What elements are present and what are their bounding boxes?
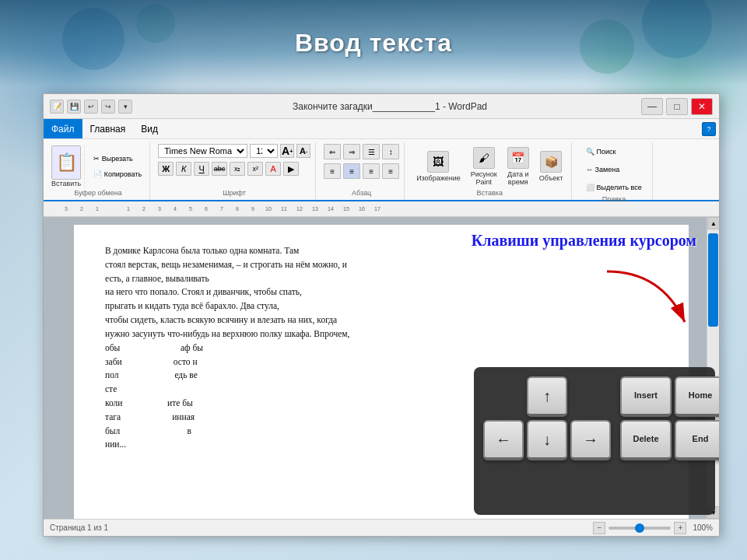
ruler-mark-3r: 3	[152, 206, 167, 212]
bullets-button[interactable]: ☰	[363, 144, 380, 159]
arrow-right-key[interactable]: →	[570, 420, 611, 460]
align-center-button[interactable]: ≡	[343, 163, 360, 179]
zoom-handle[interactable]	[635, 523, 644, 533]
insert-key[interactable]: Insert	[620, 376, 672, 417]
arrow-keys-section: ↑ ← ↓ →	[483, 376, 611, 506]
keyboard-overlay: ↑ ← ↓ → Insert	[474, 367, 715, 515]
status-bar: Страница 1 из 1 − + 100%	[44, 519, 719, 536]
justify-button[interactable]: ≡	[382, 163, 399, 179]
ruler-mark-2r: 2	[136, 206, 152, 212]
delete-key[interactable]: Delete	[620, 420, 672, 460]
ribbon: 📋 Вставить ✂ Вырезать 📄 Копировать Буфер…	[44, 139, 719, 201]
header-banner: Ввод текста	[0, 0, 747, 86]
menu-item-view[interactable]: Вид	[133, 119, 166, 138]
datetime-label: Дата ивремя	[507, 170, 528, 186]
paragraph-content: ⇐ ⇒ ☰ ↕ ≡ ≡ ≡ ≡	[324, 144, 399, 189]
ruler-mark-4r: 4	[167, 206, 183, 212]
close-button[interactable]: ✕	[691, 98, 713, 115]
copy-button[interactable]: 📄 Копировать	[90, 167, 145, 181]
font-grow-button[interactable]: A+	[280, 144, 294, 158]
cut-button[interactable]: ✂ Вырезать	[90, 152, 145, 166]
paste-section: 📋 Вставить	[51, 145, 85, 187]
arrow-up-key[interactable]: ↑	[527, 376, 567, 417]
minimize-button[interactable]: —	[641, 98, 663, 115]
italic-button[interactable]: К	[176, 162, 191, 176]
select-all-button[interactable]: ⬜ Выделить все	[582, 180, 646, 195]
menu-item-file[interactable]: Файл	[44, 119, 82, 138]
wordpad-window: 📝 💾 ↩ ↪ ▾ Закончите загадки____________1…	[43, 93, 720, 537]
ruler-mark-8r: 8	[230, 206, 245, 212]
arrow-up-row: ↑	[527, 376, 567, 417]
zoom-label: 100%	[693, 523, 713, 532]
find-button[interactable]: 🔍 Поиск	[582, 144, 619, 159]
insert-datetime-button[interactable]: 📅 Дата ивремя	[503, 145, 533, 188]
cut-copy-section: ✂ Вырезать 📄 Копировать	[90, 152, 145, 181]
insert-object-button[interactable]: 📦 Объект	[535, 149, 567, 184]
zoom-slider[interactable]	[608, 527, 671, 530]
window-title: Закончите загадки____________1 - WordPad	[139, 101, 641, 112]
save-quick-icon[interactable]: 💾	[67, 100, 81, 114]
scrollbar-thumb[interactable]	[708, 233, 718, 327]
line-spacing-button[interactable]: ↕	[382, 144, 399, 159]
paste-button[interactable]: 📋	[51, 145, 81, 180]
help-icon[interactable]: ?	[702, 122, 716, 136]
insert-image-button[interactable]: 🖼 Изображение	[412, 149, 465, 184]
font-shrink-button[interactable]: A-	[296, 144, 310, 158]
insert-content: 🖼 Изображение 🖌 РисунокPaint 📅 Дата ивре…	[412, 144, 566, 189]
underline-button[interactable]: Ч	[194, 162, 209, 176]
object-icon: 📦	[540, 151, 562, 173]
arrow-left-key[interactable]: ←	[483, 420, 524, 460]
ruler-mark-17r: 17	[370, 206, 385, 212]
ruler-mark-3: 3	[58, 206, 74, 212]
undo-icon[interactable]: ↩	[84, 100, 98, 114]
decrease-indent-button[interactable]: ⇐	[324, 144, 341, 159]
para-row-2: ≡ ≡ ≡ ≡	[324, 163, 399, 179]
home-key[interactable]: Home	[675, 376, 719, 417]
ruler-mark-6r: 6	[198, 206, 214, 212]
strikethrough-button[interactable]: abc	[212, 162, 227, 176]
para-row-1: ⇐ ⇒ ☰ ↕	[324, 144, 399, 159]
redo-icon[interactable]: ↪	[101, 100, 115, 114]
replace-button[interactable]: ↔ Замена	[582, 162, 623, 177]
arrow-down-icon: ↓	[543, 431, 551, 449]
ruler-mark-1r: 1	[121, 206, 136, 212]
increase-indent-button[interactable]: ⇒	[343, 144, 360, 159]
document-area[interactable]: В домике Карлсона была только одна комна…	[44, 217, 719, 519]
ribbon-paragraph-group: ⇐ ⇒ ☰ ↕ ≡ ≡ ≡ ≡ Абзац	[319, 142, 405, 200]
arrow-down-key[interactable]: ↓	[527, 420, 567, 460]
ruler-mark-15r: 15	[338, 206, 354, 212]
title-bar: 📝 💾 ↩ ↪ ▾ Закончите загадки____________1…	[44, 94, 719, 119]
clipboard-label: Буфер обмена	[74, 189, 121, 198]
bold-button[interactable]: Ж	[158, 162, 174, 176]
align-left-button[interactable]: ≡	[324, 163, 341, 179]
insert-picture-button[interactable]: 🖌 РисунокPaint	[467, 145, 501, 188]
ruler-mark-12r: 12	[292, 206, 307, 212]
font-content: Times New Roman 12 A+ A- Ж К Ч abc x₂ x²…	[158, 144, 310, 189]
zoom-out-button[interactable]: −	[593, 522, 605, 534]
ribbon-font-group: Times New Roman 12 A+ A- Ж К Ч abc x₂ x²…	[153, 142, 316, 200]
ruler-mark-9r: 9	[245, 206, 261, 212]
dropdown-icon[interactable]: ▾	[118, 100, 132, 114]
wordpad-app-icon: 📝	[50, 100, 64, 114]
highlight-button[interactable]: ▶	[283, 162, 299, 176]
maximize-button[interactable]: □	[666, 98, 688, 115]
picture-icon: 🖌	[473, 147, 495, 169]
superscript-button[interactable]: x²	[247, 162, 263, 176]
font-color-button[interactable]: A	[265, 162, 281, 176]
zoom-in-button[interactable]: +	[674, 522, 686, 534]
ruler-mark-2: 2	[74, 206, 89, 212]
font-size-select[interactable]: 12	[250, 144, 278, 158]
font-row-2: Ж К Ч abc x₂ x² A ▶	[158, 162, 299, 176]
font-name-select[interactable]: Times New Roman	[158, 144, 247, 158]
ruler-mark-11r: 11	[276, 206, 292, 212]
paste-label: Вставить	[51, 180, 81, 187]
end-key[interactable]: End	[675, 420, 719, 460]
font-row-1: Times New Roman 12 A+ A-	[158, 144, 310, 158]
menu-item-home[interactable]: Главная	[82, 119, 134, 138]
scroll-up-button[interactable]: ▲	[707, 217, 719, 229]
align-right-button[interactable]: ≡	[363, 163, 380, 179]
object-label: Объект	[539, 174, 563, 182]
subscript-button[interactable]: x₂	[230, 162, 245, 176]
page-info: Страница 1 из 1	[50, 523, 108, 532]
zoom-section: − + 100%	[593, 522, 713, 534]
